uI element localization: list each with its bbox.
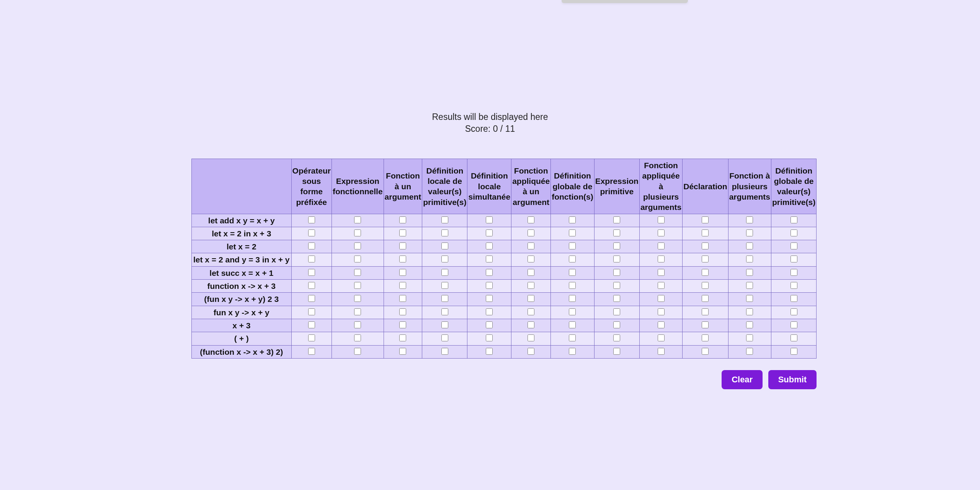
checkbox[interactable] <box>613 243 620 249</box>
checkbox[interactable] <box>399 229 406 236</box>
checkbox[interactable] <box>791 216 797 223</box>
checkbox[interactable] <box>746 243 753 249</box>
checkbox[interactable] <box>569 256 576 262</box>
checkbox[interactable] <box>569 334 576 341</box>
checkbox[interactable] <box>528 216 534 223</box>
checkbox[interactable] <box>746 295 753 302</box>
checkbox[interactable] <box>399 295 406 302</box>
checkbox[interactable] <box>791 282 797 289</box>
checkbox[interactable] <box>702 321 709 328</box>
checkbox[interactable] <box>791 334 797 341</box>
checkbox[interactable] <box>441 334 448 341</box>
checkbox[interactable] <box>354 308 361 315</box>
checkbox[interactable] <box>486 256 493 262</box>
checkbox[interactable] <box>746 348 753 355</box>
checkbox[interactable] <box>569 269 576 276</box>
checkbox[interactable] <box>658 269 665 276</box>
checkbox[interactable] <box>441 216 448 223</box>
checkbox[interactable] <box>528 243 534 249</box>
checkbox[interactable] <box>791 243 797 249</box>
checkbox[interactable] <box>308 229 315 236</box>
checkbox[interactable] <box>702 216 709 223</box>
checkbox[interactable] <box>658 321 665 328</box>
checkbox[interactable] <box>658 216 665 223</box>
checkbox[interactable] <box>702 308 709 315</box>
checkbox[interactable] <box>486 216 493 223</box>
checkbox[interactable] <box>441 308 448 315</box>
checkbox[interactable] <box>308 334 315 341</box>
checkbox[interactable] <box>746 216 753 223</box>
checkbox[interactable] <box>399 334 406 341</box>
checkbox[interactable] <box>308 308 315 315</box>
checkbox[interactable] <box>658 243 665 249</box>
checkbox[interactable] <box>746 269 753 276</box>
checkbox[interactable] <box>746 308 753 315</box>
checkbox[interactable] <box>486 334 493 341</box>
checkbox[interactable] <box>569 282 576 289</box>
checkbox[interactable] <box>441 269 448 276</box>
checkbox[interactable] <box>702 256 709 262</box>
checkbox[interactable] <box>791 308 797 315</box>
checkbox[interactable] <box>399 348 406 355</box>
checkbox[interactable] <box>613 282 620 289</box>
checkbox[interactable] <box>569 243 576 249</box>
checkbox[interactable] <box>569 348 576 355</box>
checkbox[interactable] <box>354 282 361 289</box>
checkbox[interactable] <box>658 229 665 236</box>
submit-button[interactable]: Submit <box>768 370 817 389</box>
checkbox[interactable] <box>658 256 665 262</box>
checkbox[interactable] <box>354 295 361 302</box>
checkbox[interactable] <box>399 308 406 315</box>
checkbox[interactable] <box>702 269 709 276</box>
checkbox[interactable] <box>441 282 448 289</box>
checkbox[interactable] <box>441 348 448 355</box>
checkbox[interactable] <box>308 282 315 289</box>
checkbox[interactable] <box>308 256 315 262</box>
checkbox[interactable] <box>569 321 576 328</box>
checkbox[interactable] <box>528 282 534 289</box>
checkbox[interactable] <box>486 269 493 276</box>
checkbox[interactable] <box>528 256 534 262</box>
checkbox[interactable] <box>658 334 665 341</box>
checkbox[interactable] <box>528 334 534 341</box>
checkbox[interactable] <box>308 216 315 223</box>
checkbox[interactable] <box>441 229 448 236</box>
checkbox[interactable] <box>613 229 620 236</box>
checkbox[interactable] <box>441 321 448 328</box>
checkbox[interactable] <box>791 256 797 262</box>
checkbox[interactable] <box>354 243 361 249</box>
checkbox[interactable] <box>399 321 406 328</box>
checkbox[interactable] <box>613 348 620 355</box>
checkbox[interactable] <box>658 308 665 315</box>
checkbox[interactable] <box>486 321 493 328</box>
checkbox[interactable] <box>528 229 534 236</box>
checkbox[interactable] <box>613 334 620 341</box>
checkbox[interactable] <box>658 295 665 302</box>
checkbox[interactable] <box>441 243 448 249</box>
checkbox[interactable] <box>791 229 797 236</box>
checkbox[interactable] <box>613 216 620 223</box>
checkbox[interactable] <box>486 348 493 355</box>
checkbox[interactable] <box>702 348 709 355</box>
checkbox[interactable] <box>528 269 534 276</box>
checkbox[interactable] <box>354 229 361 236</box>
checkbox[interactable] <box>528 295 534 302</box>
checkbox[interactable] <box>528 348 534 355</box>
checkbox[interactable] <box>569 229 576 236</box>
checkbox[interactable] <box>613 295 620 302</box>
checkbox[interactable] <box>658 348 665 355</box>
checkbox[interactable] <box>569 295 576 302</box>
checkbox[interactable] <box>528 321 534 328</box>
checkbox[interactable] <box>308 269 315 276</box>
checkbox[interactable] <box>354 348 361 355</box>
checkbox[interactable] <box>658 282 665 289</box>
checkbox[interactable] <box>354 334 361 341</box>
checkbox[interactable] <box>399 243 406 249</box>
checkbox[interactable] <box>354 321 361 328</box>
checkbox[interactable] <box>441 256 448 262</box>
checkbox[interactable] <box>486 229 493 236</box>
checkbox[interactable] <box>791 348 797 355</box>
checkbox[interactable] <box>486 308 493 315</box>
checkbox[interactable] <box>702 243 709 249</box>
checkbox[interactable] <box>702 229 709 236</box>
